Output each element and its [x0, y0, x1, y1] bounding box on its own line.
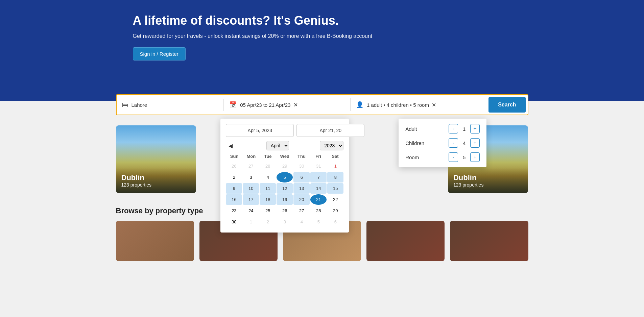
calendar-day[interactable]: 31: [310, 161, 327, 171]
month-select[interactable]: April: [266, 141, 289, 150]
day-header-mon: Mon: [243, 154, 260, 159]
search-bar-wrapper: 🛏 Lahore 📅 05 Apr/23 to 21 Apr/23 ✕ ◀: [102, 94, 542, 115]
calendar-day[interactable]: 11: [260, 183, 276, 194]
calendar-day[interactable]: 19: [277, 194, 293, 205]
day-header-wed: Wed: [276, 154, 293, 159]
property-card-1[interactable]: Dublin 123 properties: [116, 125, 196, 193]
guests-field[interactable]: 👤 1 adult • 4 children • 5 room ✕ Adult …: [351, 98, 486, 111]
adult-controls: - 1 +: [449, 124, 480, 133]
start-date-input[interactable]: [226, 124, 294, 137]
calendar-grid: Sun Mon Tue Wed Thu Fri Sat 262728293031…: [226, 154, 343, 227]
calendar-day[interactable]: 14: [310, 183, 327, 194]
room-increase-button[interactable]: +: [470, 152, 480, 162]
calendar-day[interactable]: 13: [293, 183, 310, 194]
destination-value: Lahore: [132, 102, 147, 108]
hero-section: A lifetime of discounts? It's Genius. Ge…: [0, 0, 644, 101]
calendar-day[interactable]: 27: [293, 205, 310, 216]
calendar-day[interactable]: 7: [310, 172, 327, 182]
day-header-thu: Thu: [293, 154, 310, 159]
room-decrease-button[interactable]: -: [449, 152, 458, 162]
day-header-fri: Fri: [310, 154, 327, 159]
person-icon: 👤: [356, 101, 363, 108]
children-controls: - 4 +: [449, 138, 480, 148]
clear-dates-button[interactable]: ✕: [293, 102, 298, 108]
hero-subtext: Get rewarded for your travels - unlock i…: [133, 33, 511, 39]
calendar-day[interactable]: 16: [226, 194, 242, 205]
children-row: Children - 4 +: [405, 138, 480, 148]
children-count: 4: [460, 140, 468, 146]
calendar-day[interactable]: 5: [277, 172, 293, 182]
destination-field[interactable]: 🛏 Lahore: [117, 99, 224, 111]
calendar-day[interactable]: 2: [226, 172, 242, 182]
end-date-input[interactable]: [296, 124, 364, 137]
calendar-day[interactable]: 30: [226, 217, 242, 227]
calendar-day[interactable]: 21: [310, 194, 327, 205]
calendar-day[interactable]: 4: [293, 217, 310, 227]
dates-field[interactable]: 📅 05 Apr/23 to 21 Apr/23 ✕ ◀ April: [224, 98, 351, 111]
bed-icon: 🛏: [122, 101, 128, 108]
property-card-1-name: Dublin: [121, 173, 191, 182]
adult-row: Adult - 1 +: [405, 124, 480, 133]
calendar-day[interactable]: 26: [226, 161, 242, 171]
prev-month-button[interactable]: ◀: [226, 141, 235, 150]
browse-card-1[interactable]: [116, 221, 194, 261]
calendar-day[interactable]: 22: [327, 194, 343, 205]
sign-in-button[interactable]: Sign in / Register: [133, 47, 186, 60]
property-card-2-overlay: Dublin 123 properties: [448, 168, 528, 193]
calendar-day[interactable]: 1: [327, 161, 343, 171]
calendar-day[interactable]: 28: [260, 161, 276, 171]
guests-value: 1 adult • 4 children • 5 room: [367, 102, 429, 108]
calendar-day[interactable]: 27: [243, 161, 259, 171]
property-card-2-name: Dublin: [453, 173, 523, 182]
calendar-day[interactable]: 15: [327, 183, 343, 194]
calendar-day[interactable]: 17: [243, 194, 259, 205]
guests-dropdown: Adult - 1 + Children - 4 +: [399, 119, 486, 167]
calendar-day[interactable]: 6: [293, 172, 310, 182]
adult-increase-button[interactable]: +: [470, 124, 480, 133]
children-increase-button[interactable]: +: [470, 138, 480, 148]
calendar-day[interactable]: 1: [243, 217, 259, 227]
room-controls: - 5 +: [449, 152, 480, 162]
calendar-day[interactable]: 5: [310, 217, 327, 227]
calendar-day[interactable]: 29: [277, 161, 293, 171]
calendar-day[interactable]: 2: [260, 217, 276, 227]
calendar-day[interactable]: 4: [260, 172, 276, 182]
search-button[interactable]: Search: [488, 97, 525, 113]
clear-guests-button[interactable]: ✕: [432, 102, 436, 108]
calendar-day[interactable]: 30: [293, 161, 310, 171]
calendar-day[interactable]: 10: [243, 183, 259, 194]
calendar-day[interactable]: 20: [293, 194, 310, 205]
browse-card-4[interactable]: [366, 221, 445, 261]
calendar-day[interactable]: 25: [260, 205, 276, 216]
calendar-day[interactable]: 12: [277, 183, 293, 194]
year-select[interactable]: 2023: [320, 141, 343, 150]
day-header-tue: Tue: [260, 154, 277, 159]
calendar-day[interactable]: 26: [277, 205, 293, 216]
calendar-day[interactable]: 6: [327, 217, 343, 227]
calendar-body: 2627282930311234567891011121314151617181…: [226, 161, 343, 227]
adult-label: Adult: [405, 126, 449, 132]
calendar-day[interactable]: 3: [277, 217, 293, 227]
children-label: Children: [405, 140, 449, 146]
calendar-date-inputs: [226, 124, 343, 137]
room-row: Room - 5 +: [405, 152, 480, 162]
calendar-day[interactable]: 29: [327, 205, 343, 216]
children-decrease-button[interactable]: -: [449, 138, 458, 148]
property-card-1-count: 123 properties: [121, 182, 191, 188]
calendar-day[interactable]: 3: [243, 172, 259, 182]
calendar-day[interactable]: 24: [243, 205, 259, 216]
calendar-day[interactable]: 18: [260, 194, 276, 205]
calendar-day[interactable]: 28: [310, 205, 327, 216]
calendar-nav: ◀ April 2023: [226, 141, 343, 150]
search-bar: 🛏 Lahore 📅 05 Apr/23 to 21 Apr/23 ✕ ◀: [116, 94, 528, 115]
calendar-day[interactable]: 8: [327, 172, 343, 182]
room-count: 5: [460, 154, 468, 160]
adult-decrease-button[interactable]: -: [449, 124, 458, 133]
calendar-icon: 📅: [229, 101, 237, 108]
calendar-day[interactable]: 9: [226, 183, 242, 194]
day-header-sun: Sun: [226, 154, 243, 159]
main-content: 🛏 Lahore 📅 05 Apr/23 to 21 Apr/23 ✕ ◀: [0, 101, 644, 261]
hero-headline: A lifetime of discounts? It's Genius.: [133, 14, 511, 28]
browse-card-5[interactable]: [450, 221, 528, 261]
calendar-day[interactable]: 23: [226, 205, 242, 216]
